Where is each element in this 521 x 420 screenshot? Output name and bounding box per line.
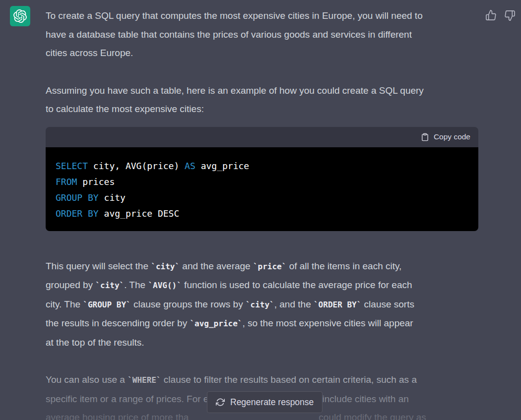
text-line: cities across Europe. — [46, 44, 478, 62]
sql-text: city — [99, 192, 126, 203]
text-segment: have a database table that contains the … — [46, 29, 412, 40]
inline-code: `WHERE` — [128, 375, 161, 385]
feedback-controls — [485, 8, 516, 21]
inline-code: `city` — [95, 281, 124, 290]
text-segment: This query will select the — [46, 261, 151, 271]
inline-code: `price` — [253, 262, 286, 271]
copy-code-button[interactable]: Copy code — [421, 132, 470, 141]
sql-text: avg_price — [195, 161, 249, 171]
sql-text: city, AVG(price) — [88, 161, 185, 171]
code-line: FROM prices — [56, 174, 468, 190]
code-content: SELECT city, AVG(price) AS avg_priceFROM… — [46, 147, 478, 231]
text-segment: the results in descending order by — [46, 318, 190, 328]
text-line: the results in descending order by `avg_… — [46, 314, 478, 333]
copy-code-label: Copy code — [434, 132, 470, 141]
regenerate-response-button[interactable]: Regenerate response — [207, 391, 323, 413]
inline-code: `city` — [151, 262, 180, 271]
text-segment: of all the items in each city, — [286, 261, 401, 271]
text-segment: and the average — [180, 261, 253, 271]
text-segment: at the top of the results. — [46, 337, 144, 348]
regenerate-response-label: Regenerate response — [230, 397, 314, 408]
paragraph: To create a SQL query that computes the … — [46, 6, 478, 62]
text-segment: . The — [124, 280, 148, 290]
inline-code: `avg_price` — [190, 319, 242, 328]
text-segment: grouped by — [46, 280, 95, 290]
text-line: To create a SQL query that computes the … — [46, 6, 478, 25]
thumbs-down-icon — [504, 10, 516, 21]
text-line: have a database table that contains the … — [46, 25, 478, 44]
sql-keyword: FROM — [56, 177, 77, 187]
thumbs-down-button[interactable] — [504, 10, 516, 21]
clipboard-icon — [421, 133, 429, 141]
sql-keyword: GROUP BY — [56, 192, 99, 203]
message-content: To create a SQL query that computes the … — [46, 6, 478, 420]
sql-text: prices — [77, 177, 115, 187]
chatgpt-avatar — [10, 6, 30, 26]
text-segment: , and the — [274, 299, 314, 309]
text-segment: clause sorts — [361, 299, 414, 309]
text-segment: cities across Europe. — [46, 48, 133, 58]
text-segment: clause to filter the results based on ce… — [161, 374, 417, 385]
code-block: Copy code SELECT city, AVG(price) AS avg… — [46, 127, 478, 231]
text-line: at the top of the results. — [46, 333, 478, 352]
inline-code: `city` — [246, 300, 274, 309]
refresh-icon — [216, 398, 225, 407]
code-line: ORDER BY avg_price DESC — [56, 206, 468, 222]
inline-code: `AVG()` — [148, 281, 181, 290]
message-intro: To create a SQL query that computes the … — [46, 6, 478, 119]
code-block-header: Copy code — [46, 127, 478, 147]
text-segment: to calculate the most expensive cities: — [46, 104, 204, 114]
text-line: city. The `GROUP BY` clause groups the r… — [46, 295, 478, 314]
text-segment: To create a SQL query that computes the … — [46, 10, 423, 21]
inline-code: `GROUP BY` — [83, 300, 130, 309]
text-segment: average housing price of more tha — [46, 412, 189, 420]
sql-text: avg_price DESC — [99, 208, 180, 219]
text-line: to calculate the most expensive cities: — [46, 100, 478, 119]
code-line: GROUP BY city — [56, 190, 468, 206]
sql-keyword: SELECT — [56, 161, 88, 171]
text-segment: clause groups the rows by — [131, 299, 246, 309]
sql-keyword: ORDER BY — [56, 208, 99, 219]
text-segment: could modify the query as — [319, 412, 426, 420]
text-line: grouped by `city`. The `AVG()` function … — [46, 276, 478, 295]
text-segment: function is used to calculate the averag… — [182, 280, 412, 290]
code-line: SELECT city, AVG(price) AS avg_price — [56, 158, 468, 174]
sql-keyword: AS — [185, 161, 195, 171]
inline-code: `ORDER BY` — [314, 300, 361, 309]
text-line: This query will select the `city` and th… — [46, 257, 478, 276]
thumbs-up-button[interactable] — [485, 8, 497, 21]
text-segment: city. The — [46, 299, 83, 309]
openai-logo-icon — [13, 9, 27, 23]
thumbs-up-icon — [485, 9, 497, 21]
text-segment: Assuming you have such a table, here is … — [46, 85, 424, 96]
text-segment: You can also use a — [46, 374, 128, 385]
paragraph: This query will select the `city` and th… — [46, 257, 478, 352]
text-line: You can also use a `WHERE` clause to fil… — [46, 370, 478, 390]
text-segment: , so the most expensive cities will appe… — [242, 318, 413, 328]
text-line: Assuming you have such a table, here is … — [46, 81, 478, 100]
paragraph: Assuming you have such a table, here is … — [46, 81, 478, 119]
